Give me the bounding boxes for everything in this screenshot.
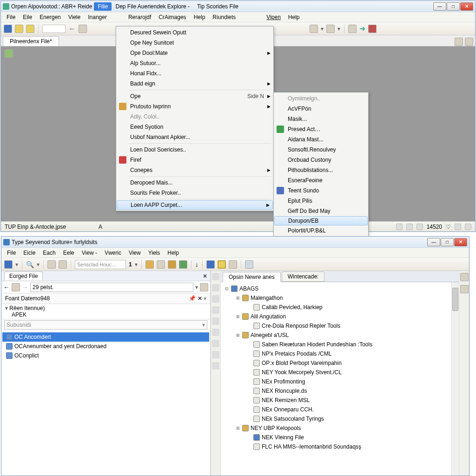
status-heart-icon[interactable]: ♡ <box>446 224 451 230</box>
rp-tree-item[interactable]: Saben Rieæturan Hiodert Pundeshían :Tool… <box>222 340 458 349</box>
vs-icon-e[interactable] <box>212 317 219 325</box>
sb-icon-c[interactable] <box>416 224 423 230</box>
rp-tree-item[interactable]: NEY Yook Mecorpely Stvent./CL <box>222 368 458 377</box>
title-tab-dep[interactable]: Dep File Aueriendek Explore - <box>112 2 193 11</box>
nav-icon[interactable] <box>12 283 20 291</box>
m2-5[interactable]: Vweric <box>101 249 125 257</box>
menu-item[interactable]: Sourits Fele Proker.. <box>116 188 273 198</box>
rp-tree-item[interactable]: NEX Rloncuple.ds <box>222 386 458 396</box>
submenu-item[interactable]: Geff Do Bed May <box>274 206 368 216</box>
pin-icon[interactable]: 📌 <box>189 295 196 302</box>
vs-icon-i[interactable] <box>212 362 219 370</box>
tool2-g[interactable] <box>218 260 226 269</box>
x-icon[interactable]: ✕ <box>198 295 202 302</box>
m2-2[interactable]: Each <box>39 249 59 257</box>
rp-tree-item[interactable]: NEk Satsocoland Tyrings <box>222 414 458 423</box>
menu-help[interactable]: Help <box>190 13 209 21</box>
m2-0[interactable]: File <box>3 249 20 257</box>
vs-icon-f[interactable] <box>212 329 219 336</box>
cloud-icon[interactable] <box>245 260 253 269</box>
tool2-c[interactable] <box>145 260 154 269</box>
sb-icon-b[interactable] <box>406 224 413 230</box>
scroll-thumb[interactable] <box>452 288 458 311</box>
menu-file[interactable]: File <box>3 13 19 21</box>
menu-item[interactable]: Loen Dool Soericises.. <box>116 145 273 155</box>
menu-item[interactable]: Honal Fidx... <box>116 68 273 79</box>
menu-item[interactable]: Firef <box>116 155 273 165</box>
menu-energen[interactable]: Energen <box>36 13 64 21</box>
panel-tab[interactable]: Eorged File <box>4 271 43 280</box>
audio-icon[interactable] <box>79 25 87 33</box>
tool-icon-a[interactable] <box>310 25 318 33</box>
titlebar[interactable]: Orpen Alpovlootod:: ABR+ Reide Filie Dep… <box>1 1 475 12</box>
vs-icon-c[interactable] <box>212 295 219 303</box>
tool2-b[interactable] <box>59 260 67 269</box>
search-icon[interactable]: 🔍 <box>26 261 34 268</box>
m2-1[interactable]: Eicle <box>20 249 39 257</box>
m2-6[interactable]: View <box>125 249 145 257</box>
folder2-icon[interactable] <box>26 25 34 33</box>
tool2-e[interactable] <box>168 260 176 269</box>
m2-3[interactable]: Eele <box>60 249 78 257</box>
m2-7[interactable]: Yiels <box>145 249 164 257</box>
forward-icon[interactable]: ➜ <box>359 24 365 33</box>
rp-tree-item[interactable]: ⊞Alil Angutation <box>222 312 458 321</box>
maximize-button2[interactable]: □ <box>441 238 454 246</box>
submenu-item[interactable]: EsneraFeoine <box>274 175 368 185</box>
m2-4[interactable]: View - <box>78 249 101 257</box>
globe-icon[interactable] <box>4 25 12 33</box>
menu-craimages[interactable]: CrAimages <box>155 13 190 21</box>
tool2-a[interactable] <box>47 260 56 269</box>
menu-item[interactable]: OpeSide N▶ <box>116 91 273 101</box>
submenu-item[interactable]: Presed Act… <box>274 124 368 134</box>
vs-icon-a[interactable] <box>212 273 219 280</box>
menu-eile[interactable]: Eile <box>19 13 36 21</box>
rp-tree-item[interactable]: Cre-Dola Renposd Repler Tools <box>222 321 458 331</box>
tab-tool-a[interactable] <box>455 38 463 46</box>
tree-item[interactable]: OCAnenumber and yent Decrdonaed <box>2 342 209 351</box>
minimize-button2[interactable]: — <box>427 238 440 246</box>
search-input[interactable]: Sensclad Houc… <box>75 260 126 269</box>
rp-tree-item[interactable]: NEx Profimonting <box>222 377 458 386</box>
doc-tab[interactable]: Pilneerdenx File* <box>3 36 59 46</box>
rp-tree-item[interactable]: ⊞Alnegebl a'USL <box>222 331 458 340</box>
submenu-item[interactable]: Pithoublistations... <box>274 165 368 175</box>
tab-tool-b[interactable] <box>465 38 473 46</box>
tool-icon-b[interactable] <box>326 25 335 33</box>
menu-item[interactable]: Adly, Colol.. <box>116 112 273 122</box>
address-input[interactable]: 29 pelst. <box>30 283 193 292</box>
tool2-d[interactable] <box>157 260 165 269</box>
m2-8[interactable]: Help <box>164 249 183 257</box>
menu-item[interactable]: Alp Sutuor... <box>116 58 273 68</box>
red-icon[interactable] <box>368 25 377 33</box>
rp-tree-item[interactable]: Calláb Pevicled, Harkiep <box>222 303 458 312</box>
globe2-icon[interactable] <box>4 260 13 269</box>
menu-item[interactable]: Ope Ney Sunitcet <box>116 38 273 48</box>
vs-icon-g[interactable] <box>212 340 219 347</box>
titlebar2[interactable]: Type Seyvenod Sulture= furlyldsits — □ ✕ <box>1 237 469 248</box>
menu-rerarojdf[interactable]: Rerarojdf <box>125 13 155 21</box>
tool2-f[interactable] <box>179 260 187 269</box>
submenu-item[interactable]: Masik... <box>274 114 368 124</box>
rp-tree-item[interactable]: NEK Vleinng File <box>222 433 458 442</box>
menu-inanger[interactable]: Inanger <box>84 13 111 21</box>
canvas-icon[interactable] <box>5 49 13 58</box>
filter-input[interactable]: Subusnidi▾ <box>4 320 207 330</box>
back2-icon[interactable]: ← <box>3 284 10 291</box>
menu-help2[interactable]: Help <box>284 13 304 21</box>
rp-tree-item[interactable]: NP'x Pretaics Poodals /CML <box>222 349 458 358</box>
globe3-icon[interactable] <box>206 260 215 269</box>
close-button2[interactable]: ✕ <box>454 238 467 246</box>
vs-icon-b[interactable] <box>212 284 219 291</box>
scrollbar[interactable] <box>451 282 459 476</box>
submenu-item[interactable]: Teent Sundo <box>274 185 368 196</box>
menu-item[interactable]: Desured Sewein Oputt <box>116 27 273 38</box>
tree-item[interactable]: OConplict <box>2 351 209 360</box>
rp-tree-item[interactable]: ⊞NEY UBP Kelopools <box>222 423 458 433</box>
close-button[interactable]: ✕ <box>460 2 473 11</box>
menu-item[interactable]: Badd eign▶ <box>116 79 273 89</box>
menu-item[interactable]: Deropoed Mais... <box>116 178 273 188</box>
go-icon[interactable] <box>200 283 208 291</box>
menu-vipen[interactable]: Vipen <box>263 13 284 21</box>
vs-icon-h[interactable] <box>212 351 219 358</box>
